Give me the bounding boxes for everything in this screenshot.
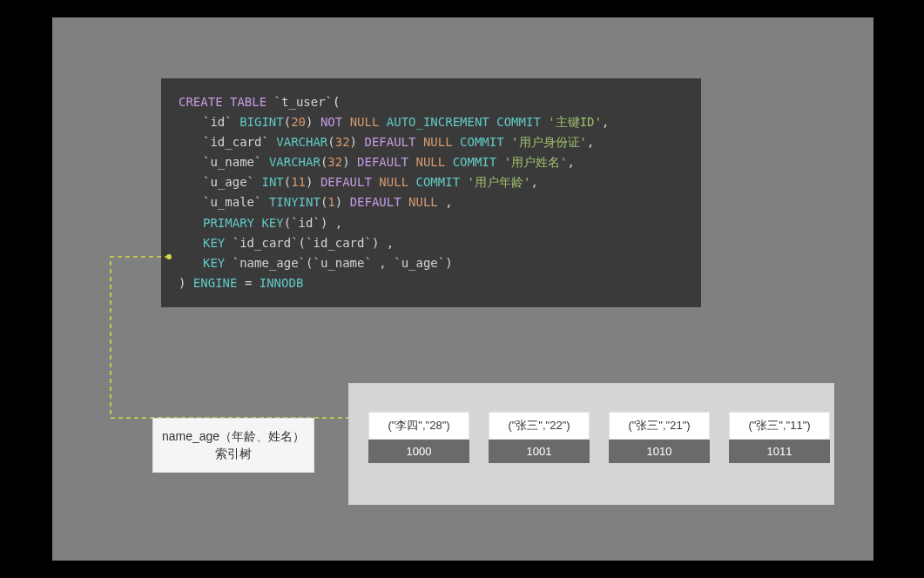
- col-name: `id_card`: [203, 135, 269, 149]
- code-line: ) ENGINE = INNODB: [179, 273, 684, 293]
- col-comment: '主键ID': [548, 115, 602, 129]
- node-key: ("李四","28"): [368, 412, 469, 440]
- kw-default: DEFAULT: [320, 175, 372, 189]
- tree-node: ("张三","21") 1010: [609, 412, 710, 463]
- col-comment: '用户身份证': [511, 135, 587, 149]
- col-comment: '用户姓名': [504, 155, 568, 169]
- kw-not: NOT: [320, 115, 342, 129]
- engine-val: INNODB: [260, 276, 304, 290]
- tree-node: ("李四","28") 1000: [368, 412, 469, 463]
- kw-commit: COMMIT: [416, 175, 461, 189]
- col-comment: '用户年龄': [468, 175, 531, 189]
- kw-default: DEFAULT: [357, 155, 408, 169]
- col-type: BIGINT: [239, 115, 284, 129]
- code-line: `u_male` TINYINT(1) DEFAULT NULL ,: [179, 192, 684, 212]
- kw-commit: COMMIT: [453, 155, 497, 169]
- col-len: 11: [291, 175, 306, 189]
- code-line: CREATE TABLE `t_user`(: [179, 92, 684, 112]
- key-name: `name_age`: [233, 256, 306, 270]
- key-col: `id_card`: [306, 236, 372, 250]
- col-name: `u_name`: [203, 155, 261, 169]
- sql-code-block: CREATE TABLE `t_user`( `id` BIGINT(20) N…: [161, 78, 701, 307]
- kw-engine: ENGINE: [193, 276, 238, 290]
- node-pointer: 1010: [609, 440, 710, 463]
- tree-nodes: ("李四","28") 1000 ("张三","22") 1001 ("张三",…: [368, 412, 830, 463]
- tree-node: ("张三","22") 1001: [489, 412, 590, 463]
- kw-create: CREATE TABLE: [179, 95, 266, 109]
- index-tree-box: ("李四","28") 1000 ("张三","22") 1001 ("张三",…: [348, 383, 834, 505]
- col-len: 32: [327, 155, 342, 169]
- code-line: `id` BIGINT(20) NOT NULL AUTO_INCREMENT …: [179, 112, 684, 132]
- kw-key: KEY: [203, 256, 225, 270]
- kw-default: DEFAULT: [364, 135, 415, 149]
- code-line: KEY `name_age`(`u_name` , `u_age`): [179, 253, 684, 273]
- pk-col: `id`: [291, 216, 320, 230]
- index-label-box: name_age（年龄、姓名） 索引树: [152, 418, 314, 473]
- col-len: 1: [327, 195, 334, 209]
- key-col: `u_name`: [313, 256, 371, 270]
- node-key: ("张三","11"): [729, 412, 830, 440]
- kw-null: NULL: [379, 175, 408, 189]
- col-name: `u_male`: [203, 195, 261, 209]
- node-pointer: 1000: [368, 440, 469, 463]
- kw-commit: COMMIT: [460, 135, 504, 149]
- col-len: 20: [291, 115, 306, 129]
- col-len: 32: [335, 135, 350, 149]
- code-line: `u_name` VARCHAR(32) DEFAULT NULL COMMIT…: [179, 152, 684, 172]
- key-name: `id_card`: [233, 236, 299, 250]
- node-key: ("张三","21"): [609, 412, 710, 440]
- eq: =: [245, 276, 252, 290]
- kw-null: NULL: [408, 195, 438, 209]
- diagram-canvas: CREATE TABLE `t_user`( `id` BIGINT(20) N…: [52, 17, 873, 561]
- key-col: `u_age`: [394, 256, 445, 270]
- kw-commit: COMMIT: [496, 115, 541, 129]
- kw-default: DEFAULT: [350, 195, 401, 209]
- node-pointer: 1001: [489, 440, 590, 463]
- code-line: `id_card` VARCHAR(32) DEFAULT NULL COMMI…: [179, 132, 684, 152]
- kw-null: NULL: [423, 135, 453, 149]
- code-line: PRIMARY KEY(`id`) ,: [179, 213, 684, 233]
- col-name: `id`: [203, 115, 233, 129]
- col-type: VARCHAR: [269, 155, 320, 169]
- tree-node: ("张三","11") 1011: [729, 412, 830, 463]
- code-line: KEY `id_card`(`id_card`) ,: [179, 233, 684, 253]
- kw-null: NULL: [350, 115, 380, 129]
- kw-auto: AUTO_INCREMENT: [387, 115, 489, 129]
- label-line1: name_age（年龄、姓名）: [158, 427, 308, 445]
- node-key: ("张三","22"): [489, 412, 590, 440]
- kw-null: NULL: [416, 155, 446, 169]
- col-type: INT: [261, 175, 283, 189]
- kw-key: KEY: [203, 236, 225, 250]
- kw-primary-key: PRIMARY KEY: [203, 216, 284, 230]
- node-pointer: 1011: [729, 440, 830, 463]
- col-name: `u_age`: [203, 175, 254, 189]
- code-line: `u_age` INT(11) DEFAULT NULL COMMIT '用户年…: [179, 172, 684, 192]
- paren: (: [333, 95, 340, 109]
- tbl-name: `t_user`: [274, 95, 333, 109]
- label-line2: 索引树: [158, 445, 308, 462]
- col-type: VARCHAR: [276, 135, 327, 149]
- col-type: TINYINT: [269, 195, 320, 209]
